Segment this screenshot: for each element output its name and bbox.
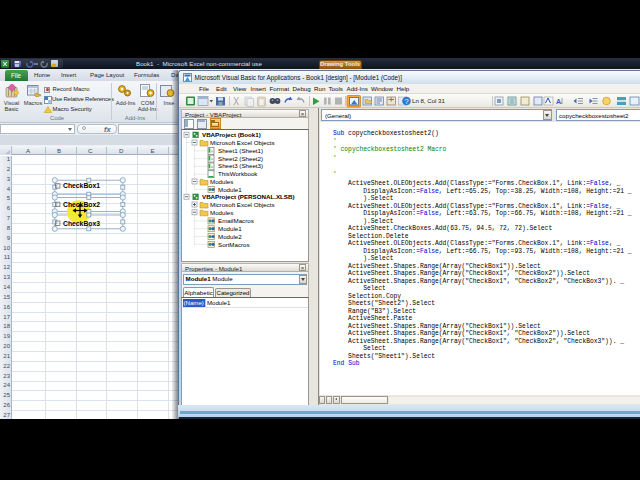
svg-text:Sheet3 (Sheet3): Sheet3 (Sheet3) (218, 162, 263, 169)
svg-text:CheckBox1: CheckBox1 (63, 182, 100, 189)
svg-text:Sheet1 (Sheet1): Sheet1 (Sheet1) (218, 147, 263, 154)
svg-text:Module1: Module1 (218, 186, 242, 193)
svg-text:Microsoft Excel Objects: Microsoft Excel Objects (210, 201, 275, 208)
svg-text:Ln 8, Col 31: Ln 8, Col 31 (412, 97, 445, 104)
svg-text:?: ? (405, 97, 409, 106)
svg-text:A: A (556, 98, 561, 105)
svg-text:CheckBox3: CheckBox3 (63, 220, 100, 227)
svg-text:Module1: Module1 (218, 225, 242, 232)
svg-text:Sheet2 (Sheet2): Sheet2 (Sheet2) (218, 155, 263, 162)
svg-text:Modules: Modules (210, 209, 233, 216)
svg-text:ThisWorkbook: ThisWorkbook (218, 170, 258, 177)
svg-text:Module2: Module2 (218, 233, 242, 240)
svg-text:CheckBox2: CheckBox2 (63, 201, 100, 208)
svg-text:VBAProject (Book1): VBAProject (Book1) (202, 131, 261, 138)
svg-text:Microsoft Excel Objects: Microsoft Excel Objects (210, 139, 275, 146)
svg-text:SortMacros: SortMacros (218, 241, 250, 248)
svg-text:VBAProject (PERSONAL.XLSB): VBAProject (PERSONAL.XLSB) (202, 193, 294, 200)
svg-text:Modules: Modules (210, 178, 233, 185)
svg-text:EmailMacros: EmailMacros (218, 217, 254, 224)
